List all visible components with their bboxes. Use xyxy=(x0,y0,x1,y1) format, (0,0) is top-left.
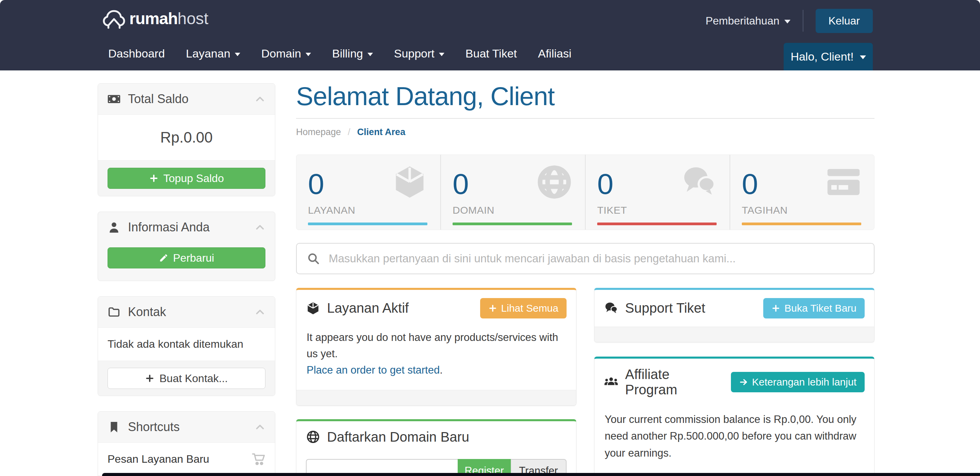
bookmark-icon xyxy=(108,420,121,433)
chevron-up-icon[interactable] xyxy=(255,422,266,433)
stat-tiket-bar xyxy=(597,223,717,225)
shortcuts-title: Shortcuts xyxy=(128,420,180,434)
support-tiket-title: Support Tiket xyxy=(604,301,705,316)
breadcrumb-current: Client Area xyxy=(357,127,406,137)
place-order-link[interactable]: Place an order to get started xyxy=(307,364,440,376)
nav-item-buat-tiket[interactable]: Buat Tiket xyxy=(455,37,527,70)
informasi-anda-panel: Informasi Anda Perbarui xyxy=(98,212,275,281)
chevron-down-icon xyxy=(784,20,791,24)
breadcrumb-homepage[interactable]: Homepage xyxy=(296,127,341,137)
topup-saldo-button[interactable]: Topup Saldo xyxy=(108,168,266,189)
plus-icon xyxy=(488,304,497,313)
nav-item-dashboard[interactable]: Dashboard xyxy=(108,37,175,70)
chevron-down-icon xyxy=(860,56,866,59)
saldo-amount: Rp.0.00 xyxy=(98,114,275,161)
notifications-dropdown[interactable]: Pemberitahuan xyxy=(705,14,790,27)
support-tiket-footer xyxy=(595,326,874,342)
topbar: rumahhost Pemberitahuan Keluar xyxy=(0,0,980,37)
money-bill-icon xyxy=(108,92,121,105)
buat-kontak-button[interactable]: Buat Kontak... xyxy=(108,368,266,389)
brand-name: rumahhost xyxy=(129,9,208,28)
daftarkan-domain-panel: Daftarkan Domain Baru Register Transfer xyxy=(296,419,576,476)
layanan-aktif-header: Layanan Aktif Lihat Semua xyxy=(296,290,576,326)
kontak-header: Kontak xyxy=(98,297,275,327)
kontak-footer: Buat Kontak... xyxy=(98,361,275,396)
chevron-up-icon[interactable] xyxy=(255,307,266,317)
support-tiket-panel: Support Tiket Buka Tiket Baru xyxy=(594,288,875,342)
arrow-right-icon xyxy=(739,378,748,387)
user-menu-button[interactable]: Halo, Client! xyxy=(784,43,873,70)
layanan-aktif-footer xyxy=(296,390,576,405)
daftarkan-domain-title: Daftarkan Domain Baru xyxy=(306,429,469,445)
perbarui-button[interactable]: Perbarui xyxy=(108,247,266,269)
informasi-anda-body: Perbarui xyxy=(98,243,275,281)
notifications-label: Pemberitahuan xyxy=(705,14,779,27)
nav-item-layanan[interactable]: Layanan xyxy=(175,37,250,70)
topbar-divider xyxy=(803,10,803,32)
topbar-right: Pemberitahuan Keluar xyxy=(705,9,873,33)
informasi-anda-title: Informasi Anda xyxy=(128,220,210,234)
user-icon xyxy=(108,221,121,234)
layanan-aktif-title: Layanan Aktif xyxy=(306,301,409,316)
stat-tagihan[interactable]: 0 TAGIHAN xyxy=(730,155,874,230)
title-divider xyxy=(296,118,875,119)
nav-item-billing[interactable]: Billing xyxy=(321,37,383,70)
nav-item-domain[interactable]: Domain xyxy=(251,37,321,70)
chevron-down-icon xyxy=(235,53,240,56)
chevron-up-icon[interactable] xyxy=(255,94,266,105)
total-saldo-title: Total Saldo xyxy=(128,92,189,106)
pencil-icon xyxy=(159,253,169,263)
search-icon xyxy=(307,252,320,265)
globe-icon xyxy=(306,430,320,444)
informasi-anda-header: Informasi Anda xyxy=(98,212,275,243)
no-services-text: It appears you do not have any products/… xyxy=(307,330,566,362)
chevron-up-icon[interactable] xyxy=(255,222,266,233)
keterangan-lebih-lanjut-button[interactable]: Keterangan lebih lanjut xyxy=(731,372,865,392)
stat-domain[interactable]: 0 DOMAIN xyxy=(441,155,585,230)
stats-overview: 0 LAYANAN 0 DOMAIN 0 TIKET 0 xyxy=(296,154,875,230)
daftarkan-domain-header: Daftarkan Domain Baru xyxy=(296,421,576,453)
affiliate-header: Affiliate Program Keterangan lebih lanju… xyxy=(595,358,874,406)
main-nav: Dashboard Layanan Domain Billing Support… xyxy=(0,37,980,70)
logout-button[interactable]: Keluar xyxy=(816,9,873,33)
cloud-home-icon xyxy=(102,8,126,29)
lihat-semua-button[interactable]: Lihat Semua xyxy=(480,298,566,318)
globe-icon xyxy=(536,164,573,201)
cube-icon xyxy=(391,164,428,201)
folder-icon xyxy=(108,306,121,318)
cube-icon xyxy=(306,301,320,315)
nav-item-support[interactable]: Support xyxy=(383,37,455,70)
stat-tiket[interactable]: 0 TIKET xyxy=(585,155,730,230)
page-title: Selamat Datang, Client xyxy=(296,83,875,110)
shortcut-item-pesan-layanan[interactable]: Pesan Layanan Baru xyxy=(98,442,275,475)
main-content: Selamat Datang, Client Homepage / Client… xyxy=(296,83,875,476)
stat-layanan[interactable]: 0 LAYANAN xyxy=(296,155,441,230)
affiliate-title: Affiliate Program xyxy=(604,367,724,397)
users-icon xyxy=(604,375,618,389)
kontak-empty-text: Tidak ada kontak ditemukan xyxy=(98,327,275,361)
credit-card-icon xyxy=(825,164,862,201)
window-bottom-edge xyxy=(102,473,980,476)
brand-logo[interactable]: rumahhost xyxy=(102,8,208,29)
buka-tiket-baru-button[interactable]: Buka Tiket Baru xyxy=(763,298,865,318)
domain-search-form: Register Transfer xyxy=(296,453,576,476)
total-saldo-panel: Total Saldo Rp.0.00 Topup Saldo xyxy=(98,83,275,196)
breadcrumb: Homepage / Client Area xyxy=(296,127,875,137)
user-menu-label: Halo, Client! xyxy=(791,50,853,63)
kb-search xyxy=(296,243,875,274)
stat-layanan-label: LAYANAN xyxy=(308,204,429,216)
total-saldo-footer: Topup Saldo xyxy=(98,161,275,196)
panels-left-column: Layanan Aktif Lihat Semua It appears you… xyxy=(296,288,576,476)
stat-domain-label: DOMAIN xyxy=(453,204,573,216)
stat-tagihan-label: TAGIHAN xyxy=(742,204,862,216)
chevron-down-icon xyxy=(439,53,444,56)
nav-item-afiliasi[interactable]: Afiliasi xyxy=(527,37,582,70)
kontak-panel: Kontak Tidak ada kontak ditemukan Buat K… xyxy=(98,296,275,396)
total-saldo-header: Total Saldo xyxy=(98,84,275,114)
place-order-line: Place an order to get started. xyxy=(307,362,566,378)
site-header: rumahhost Pemberitahuan Keluar Dashboard… xyxy=(0,0,980,70)
plus-icon xyxy=(772,304,780,313)
kb-search-input[interactable] xyxy=(329,252,864,265)
chevron-down-icon xyxy=(368,53,373,56)
plus-icon xyxy=(149,174,159,183)
